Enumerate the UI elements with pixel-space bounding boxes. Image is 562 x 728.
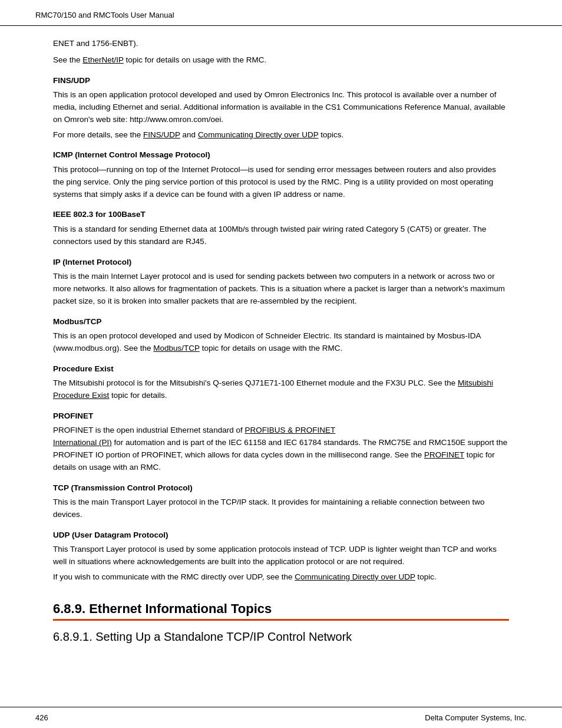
page-number: 426 <box>35 713 48 722</box>
page-header: RMC70/150 and RMCTools User Manual <box>0 0 562 26</box>
section-body-procedure-exist: The Mitsubishi protocol is for the Mitsu… <box>53 377 509 402</box>
header-title: RMC70/150 and RMCTools User Manual <box>35 11 174 19</box>
section-body-tcp: This is the main Transport Layer protoco… <box>53 496 509 521</box>
section-title-udp: UDP (User Datagram Protocol) <box>53 529 509 541</box>
section-title-modbus: Modbus/TCP <box>53 316 509 328</box>
profinet-link[interactable]: PROFINET <box>424 450 464 459</box>
profibus-profinet-link[interactable]: PROFIBUS & PROFINETInternational (PI) <box>53 426 335 447</box>
section-modbus: Modbus/TCP This is an open protocol deve… <box>53 316 509 355</box>
section-profinet: PROFINET PROFINET is the open industrial… <box>53 410 509 474</box>
section-ieee: IEEE 802.3 for 100BaseT This is a standa… <box>53 209 509 248</box>
section-fins-udp: FINS/UDP This is an open application pro… <box>53 75 509 141</box>
section-body-icmp: This protocol—running on top of the Inte… <box>53 164 509 201</box>
intro-line1: ENET and 1756-ENBT). <box>53 38 509 50</box>
main-content: ENET and 1756-ENBT). See the EtherNet/IP… <box>0 26 562 707</box>
ethernetip-link[interactable]: EtherNet/IP <box>82 55 124 64</box>
section-ip: IP (Internet Protocol) This is the main … <box>53 256 509 308</box>
section-title-ieee: IEEE 802.3 for 100BaseT <box>53 209 509 220</box>
intro-line2: See the EtherNet/IP topic for details on… <box>53 54 509 66</box>
fins-udp-link[interactable]: FINS/UDP <box>143 130 180 139</box>
section-body-fins-udp: This is an open application protocol dev… <box>53 89 509 141</box>
section-body-ieee: This is a standard for sending Ethernet … <box>53 223 509 248</box>
section-body-ip: This is the main Internet Layer protocol… <box>53 271 509 308</box>
section-title-icmp: ICMP (Internet Control Message Protocol) <box>53 149 509 161</box>
section-big-heading: 6.8.9. Ethernet Informational Topics <box>53 601 509 621</box>
section-tcp: TCP (Transmission Control Protocol) This… <box>53 482 509 521</box>
intro-section: ENET and 1756-ENBT). See the EtherNet/IP… <box>53 38 509 67</box>
section-title-profinet: PROFINET <box>53 410 509 422</box>
company-name: Delta Computer Systems, Inc. <box>425 713 527 722</box>
section-icmp: ICMP (Internet Control Message Protocol)… <box>53 149 509 200</box>
page-footer: 426 Delta Computer Systems, Inc. <box>0 707 562 728</box>
section-body-modbus: This is an open protocol developed and u… <box>53 330 509 355</box>
section-title-fins-udp: FINS/UDP <box>53 75 509 87</box>
modbus-tcp-link[interactable]: Modbus/TCP <box>153 344 200 353</box>
section-body-udp: This Transport Layer protocol is used by… <box>53 543 509 584</box>
mitsubishi-procedure-exist-link[interactable]: Mitsubishi Procedure Exist <box>53 378 493 400</box>
section-title-procedure-exist: Procedure Exist <box>53 363 509 375</box>
section-procedure-exist: Procedure Exist The Mitsubishi protocol … <box>53 363 509 402</box>
section-udp: UDP (User Datagram Protocol) This Transp… <box>53 529 509 584</box>
section-title-ip: IP (Internet Protocol) <box>53 256 509 268</box>
communicating-udp-link-1[interactable]: Communicating Directly over UDP <box>198 130 319 139</box>
communicating-udp-link-2[interactable]: Communicating Directly over UDP <box>295 572 415 581</box>
page: RMC70/150 and RMCTools User Manual ENET … <box>0 0 562 728</box>
section-title-tcp: TCP (Transmission Control Protocol) <box>53 482 509 494</box>
section-sub-heading: 6.8.9.1. Setting Up a Standalone TCP/IP … <box>53 630 509 644</box>
section-body-profinet: PROFINET is the open industrial Ethernet… <box>53 424 509 474</box>
